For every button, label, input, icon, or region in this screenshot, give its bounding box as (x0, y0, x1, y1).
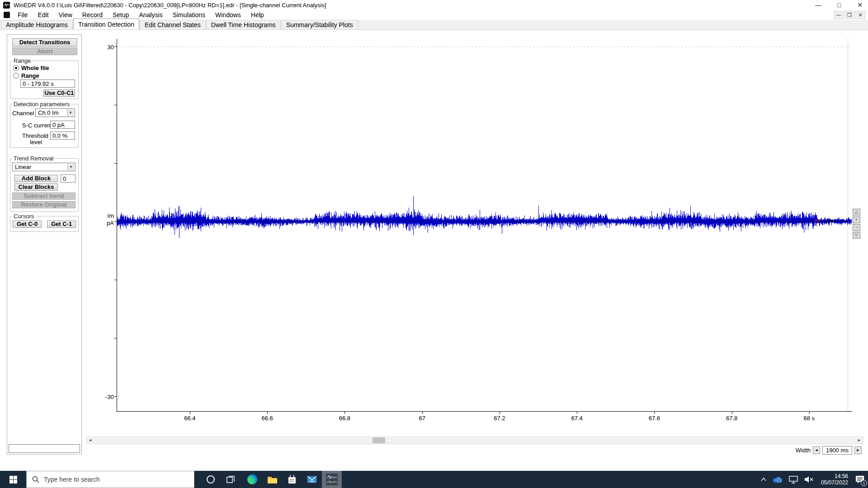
scrollbar-thumb[interactable] (373, 437, 385, 443)
windows-logo-icon (9, 476, 17, 483)
menu-analysis[interactable]: Analysis (134, 10, 168, 19)
menu-windows[interactable]: Windows (210, 10, 246, 19)
width-value-field[interactable]: 1900 ms (822, 446, 852, 455)
radio-unchecked-icon (13, 73, 19, 79)
channel-dropdown[interactable]: Ch.0 Im ▼ (35, 108, 75, 117)
mdi-minimize-button[interactable]: — (834, 11, 844, 19)
threshold-cursor-label[interactable]: thr (815, 218, 821, 223)
chevron-down-icon: ▼ (67, 164, 74, 170)
whole-file-radio[interactable]: Whole file (13, 65, 49, 71)
use-c0-c1-button[interactable]: Use C0-C1 (43, 89, 75, 97)
sc-current-field[interactable]: 0 pA (50, 121, 75, 129)
cortana-button[interactable] (201, 471, 221, 488)
tray-expand-button[interactable] (758, 471, 769, 488)
microsoft-store-button[interactable] (282, 471, 302, 488)
volume-tray-button[interactable] (801, 471, 817, 488)
edge-button[interactable] (242, 471, 262, 488)
action-center-button[interactable]: 1 (852, 471, 868, 488)
x-tick-66.4 (190, 412, 190, 414)
clear-blocks-button[interactable]: Clear Blocks (14, 183, 58, 191)
taskbar-clock[interactable]: 14:56 05/07/2022 (817, 473, 852, 486)
menu-simulations[interactable]: Simulations (168, 10, 210, 19)
window-title: WinEDR V4.0.0 I:\Luis Gil\Filtered\22063… (14, 2, 326, 9)
width-decrease-icon[interactable]: ◄ (813, 446, 820, 454)
chevron-down-icon: ▼ (67, 109, 74, 116)
menu-edit[interactable]: Edit (33, 10, 54, 19)
range-value-field[interactable]: 0 - 179.92 s (20, 80, 75, 88)
start-button[interactable] (0, 471, 26, 488)
search-icon (32, 476, 39, 483)
display-width-control: Width ◄ 1900 ms ► (796, 446, 862, 455)
y-min-label: -30 (96, 394, 114, 400)
x-axis (117, 411, 852, 412)
x-tick-label-67.4: 67.4 (571, 415, 582, 422)
network-tray-button[interactable] (786, 471, 801, 488)
tab-dwell-time-histograms[interactable]: Dwell Time Histograms (206, 20, 281, 29)
mdi-restore-button[interactable]: ❐ (844, 11, 854, 19)
menu-view[interactable]: View (54, 10, 77, 19)
trend-mode-dropdown[interactable]: Linear ▼ (12, 163, 75, 171)
cursors-legend: Cursors (12, 213, 36, 220)
current-trace-plot[interactable] (117, 39, 852, 411)
restore-original-button: Restore Original (12, 201, 75, 208)
task-view-button[interactable] (221, 471, 241, 488)
network-display-icon (789, 476, 798, 483)
detection-parameters-legend: Detection parameters (12, 101, 71, 108)
horizontal-scrollbar[interactable]: ◄ ► (86, 436, 863, 444)
threshold-label-line1: Threshold (22, 132, 48, 139)
mail-button[interactable] (302, 471, 322, 488)
close-button[interactable]: ✕ (855, 0, 864, 9)
x-tick-67.2 (500, 412, 500, 414)
tab-amplitude-histograms[interactable]: Amplitude Histograms (1, 20, 73, 29)
taskbar-search-input[interactable]: Type here to search (26, 471, 194, 488)
x-tick-label-66.6: 66.6 (262, 415, 273, 422)
tab-summary-stability-plots[interactable]: Summary/Stability Plots (281, 20, 358, 29)
minimize-button[interactable]: — (814, 0, 823, 9)
menu-help[interactable]: Help (246, 10, 269, 19)
width-label: Width (796, 447, 811, 454)
shift-down-icon[interactable]: ▽ (853, 232, 860, 239)
x-tick-67.4 (577, 412, 577, 414)
unit-current-cursor-label[interactable]: unit-c (825, 218, 837, 223)
detect-transitions-button[interactable]: Detect Transitions (12, 38, 77, 47)
get-c1-button[interactable]: Get C-1 (47, 221, 76, 228)
clock-time: 14:56 (821, 473, 848, 479)
control-panel: Detect Transitions Abort Range Whole fil… (7, 34, 82, 455)
chevron-up-icon (761, 478, 766, 481)
range-group-legend: Range (12, 57, 32, 64)
trend-removal-legend: Trend Removal (12, 155, 55, 162)
tab-edit-channel-states[interactable]: Edit Channel States (140, 20, 206, 29)
x-tick-label-68: 68 s (804, 415, 815, 422)
tab-transition-detection[interactable]: Transition Detection (73, 19, 139, 29)
x-tick-label-67: 67 (419, 415, 425, 422)
threshold-level-field[interactable]: 0.0 % (50, 131, 75, 140)
threshold-label-line2: level (30, 139, 42, 145)
shift-up-icon[interactable]: △ (853, 209, 860, 216)
range-radio[interactable]: Range (13, 72, 39, 79)
scroll-left-icon[interactable]: ◄ (86, 437, 94, 444)
get-c0-button[interactable]: Get C-0 (13, 221, 42, 228)
y-tick--30 (114, 396, 117, 397)
winedr-taskbar-button[interactable] (322, 471, 342, 488)
x-tick-67.8 (732, 412, 732, 414)
scroll-right-icon[interactable]: ► (855, 437, 863, 444)
x-tick-label-67.8: 67.8 (726, 415, 737, 422)
menu-file[interactable]: File (13, 10, 33, 19)
analysis-tab-bar: Amplitude HistogramsTransition Detection… (0, 20, 868, 30)
channel-dropdown-value: Ch.0 Im (38, 109, 59, 116)
add-block-button[interactable]: Add Block (14, 175, 58, 182)
mail-icon (307, 475, 317, 483)
file-explorer-button[interactable] (262, 471, 282, 488)
zoom-out-icon[interactable]: − (853, 224, 860, 231)
menu-record[interactable]: Record (77, 10, 108, 19)
block-count-field[interactable]: 0 (61, 174, 75, 183)
edge-icon (247, 474, 257, 484)
zoom-in-icon[interactable]: + (853, 216, 860, 223)
menu-setup[interactable]: Setup (108, 10, 134, 19)
cortana-icon (207, 475, 215, 483)
onedrive-tray-button[interactable] (769, 471, 786, 488)
mdi-close-button[interactable]: ✕ (855, 11, 865, 19)
width-increase-icon[interactable]: ► (854, 446, 862, 454)
whole-file-radio-label: Whole file (21, 65, 49, 71)
maximize-button[interactable]: □ (835, 0, 844, 9)
